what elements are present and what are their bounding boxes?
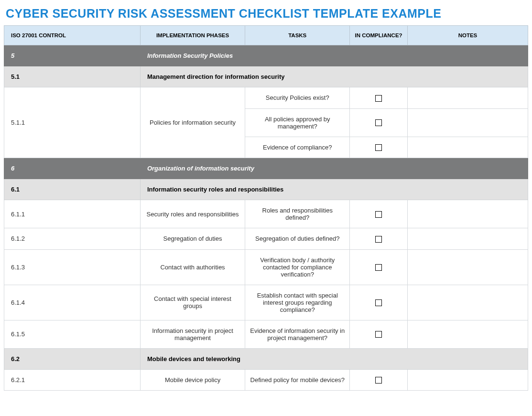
table-row: 6.1.4Contact with special interest group… <box>4 285 528 320</box>
notes-cell[interactable] <box>407 108 528 137</box>
table-row: 6.1.1Security roles and responsibilities… <box>4 200 528 228</box>
compliance-cell <box>350 285 408 320</box>
table-row: 5.1.1Policies for information securitySe… <box>4 87 528 109</box>
subsection-number: 6.1 <box>4 179 141 200</box>
subsection-title: Mobile devices and teleworking <box>140 348 528 369</box>
subsection-title: Information security roles and responsib… <box>140 179 528 200</box>
control-number: 6.1.3 <box>4 249 141 285</box>
checklist-table: ISO 27001 CONTROL IMPLEMENTATION PHASES … <box>4 25 528 391</box>
compliance-checkbox[interactable] <box>375 95 382 102</box>
col-header-compliance: IN COMPLIANCE? <box>350 26 408 45</box>
notes-cell[interactable] <box>407 249 528 285</box>
compliance-cell <box>350 200 408 228</box>
implementation-phase: Contact with authorities <box>140 249 245 285</box>
task-cell: Defined policy for mobile devices? <box>245 369 350 391</box>
subsection-row: 6.1Information security roles and respon… <box>4 179 528 200</box>
compliance-cell <box>350 249 408 285</box>
task-cell: Establish contact with special interest … <box>245 285 350 320</box>
task-cell: Verification body / authority contacted … <box>245 249 350 285</box>
compliance-checkbox[interactable] <box>375 331 382 338</box>
implementation-phase: Mobile device policy <box>140 369 245 391</box>
control-number: 6.1.5 <box>4 320 141 348</box>
subsection-title: Management direction for information sec… <box>140 66 528 87</box>
implementation-phase: Segregation of duties <box>140 228 245 250</box>
notes-cell[interactable] <box>407 200 528 228</box>
subsection-number: 6.2 <box>4 348 141 369</box>
section-row: 5Information Security Policies <box>4 45 528 66</box>
table-header-row: ISO 27001 CONTROL IMPLEMENTATION PHASES … <box>4 26 528 45</box>
task-cell: Evidence of compliance? <box>245 137 350 158</box>
implementation-phase: Security roles and responsibilities <box>140 200 245 228</box>
implementation-phase: Policies for information security <box>140 87 245 158</box>
task-cell: Security Policies exist? <box>245 87 350 109</box>
col-header-tasks: TASKS <box>245 26 350 45</box>
compliance-cell <box>350 369 408 391</box>
notes-cell[interactable] <box>407 87 528 109</box>
notes-cell[interactable] <box>407 369 528 391</box>
task-cell: Segregation of duties defined? <box>245 228 350 250</box>
notes-cell[interactable] <box>407 137 528 158</box>
task-cell: Roles and responsibilities defined? <box>245 200 350 228</box>
compliance-cell <box>350 108 408 137</box>
subsection-number: 5.1 <box>4 66 141 87</box>
compliance-cell <box>350 137 408 158</box>
compliance-cell <box>350 228 408 250</box>
section-title: Organization of information security <box>140 158 528 179</box>
control-number: 6.2.1 <box>4 369 141 391</box>
notes-cell[interactable] <box>407 320 528 348</box>
page-title: CYBER SECURITY RISK ASSESSMENT CHECKLIST… <box>4 4 528 25</box>
subsection-row: 6.2Mobile devices and teleworking <box>4 348 528 369</box>
task-cell: Evidence of information security in proj… <box>245 320 350 348</box>
compliance-checkbox[interactable] <box>375 236 382 243</box>
control-number: 6.1.4 <box>4 285 141 320</box>
col-header-control: ISO 27001 CONTROL <box>4 26 141 45</box>
section-title: Information Security Policies <box>140 45 528 66</box>
notes-cell[interactable] <box>407 285 528 320</box>
table-row: 6.1.5Information security in project man… <box>4 320 528 348</box>
control-number: 5.1.1 <box>4 87 141 158</box>
compliance-checkbox[interactable] <box>375 119 382 126</box>
compliance-cell <box>350 87 408 109</box>
notes-cell[interactable] <box>407 228 528 250</box>
compliance-checkbox[interactable] <box>375 377 382 384</box>
control-number: 6.1.2 <box>4 228 141 250</box>
compliance-checkbox[interactable] <box>375 264 382 271</box>
col-header-notes: NOTES <box>407 26 528 45</box>
compliance-checkbox[interactable] <box>375 211 382 218</box>
col-header-phases: IMPLEMENTATION PHASES <box>140 26 245 45</box>
compliance-checkbox[interactable] <box>375 299 382 306</box>
subsection-row: 5.1Management direction for information … <box>4 66 528 87</box>
section-row: 6Organization of information security <box>4 158 528 179</box>
section-number: 6 <box>4 158 141 179</box>
table-row: 6.1.2Segregation of dutiesSegregation of… <box>4 228 528 250</box>
task-cell: All policies approved by management? <box>245 108 350 137</box>
compliance-cell <box>350 320 408 348</box>
implementation-phase: Information security in project manageme… <box>140 320 245 348</box>
section-number: 5 <box>4 45 141 66</box>
control-number: 6.1.1 <box>4 200 141 228</box>
implementation-phase: Contact with special interest groups <box>140 285 245 320</box>
compliance-checkbox[interactable] <box>375 144 382 151</box>
table-row: 6.1.3Contact with authoritiesVerificatio… <box>4 249 528 285</box>
table-row: 6.2.1Mobile device policyDefined policy … <box>4 369 528 391</box>
